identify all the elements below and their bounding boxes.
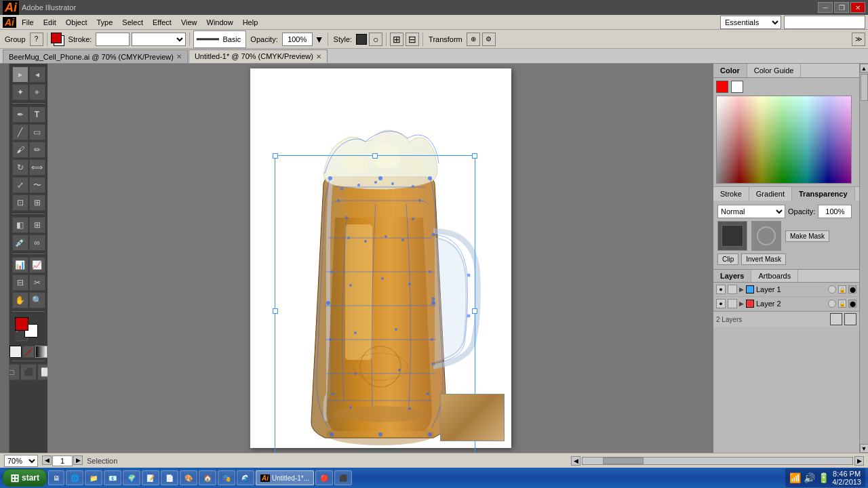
tab-untitled[interactable]: Untitled-1* @ 70% (CMYK/Preview) ✕ [189, 49, 328, 63]
taskbar-onenote[interactable]: 📝 [142, 470, 159, 485]
taskbar-dreamweaver[interactable]: 🏠 [199, 470, 216, 485]
zoom-dropdown[interactable]: 70% 50% 100% [4, 455, 38, 467]
layers-tab[interactable]: Layers [713, 270, 751, 282]
next-arrow[interactable]: ▶ [73, 455, 83, 465]
transparency-tab[interactable]: Transparency [792, 187, 855, 201]
tray-network[interactable]: 📶 [789, 472, 801, 483]
arrange-btn[interactable]: ⊟ [406, 33, 419, 46]
rotate-tool[interactable]: ↻ [12, 159, 28, 176]
taskbar-firefox[interactable]: 🌍 [123, 470, 140, 485]
gradient-tab[interactable]: Gradient [749, 187, 792, 201]
tab-beermug-close[interactable]: ✕ [176, 53, 182, 60]
eyedropper-tool[interactable]: 💉 [12, 235, 28, 251]
stroke-color-swatch[interactable] [51, 33, 64, 46]
invert-mask-button[interactable]: Invert Mask [741, 253, 786, 265]
blend-mode-dropdown[interactable]: Normal [717, 205, 785, 218]
menu-window[interactable]: Window [203, 17, 237, 28]
lasso-tool[interactable]: ⌖ [29, 84, 45, 100]
menu-select[interactable]: Select [118, 17, 147, 28]
bar-graph-tool[interactable]: 📈 [29, 257, 45, 273]
delete-layer-btn[interactable]: 🗑 [844, 313, 856, 325]
rect-tool[interactable]: ▭ [29, 124, 45, 140]
fill-none[interactable] [22, 346, 35, 358]
taskbar-explorer[interactable]: 🖥 [48, 470, 64, 485]
minimize-button[interactable]: ─ [818, 2, 833, 13]
menu-help[interactable]: Help [239, 17, 262, 28]
panel-toggle[interactable]: ≫ [852, 33, 865, 46]
fill-solid[interactable] [9, 346, 22, 358]
view-btn[interactable]: ⊞ [390, 33, 403, 46]
taskbar-ext1[interactable]: ⬛ [334, 470, 352, 485]
type-tool[interactable]: T [29, 106, 45, 123]
layer1-target[interactable] [828, 285, 836, 293]
layer1-eye[interactable]: ● [716, 285, 726, 294]
direct-select-tool[interactable]: ◂ [29, 66, 45, 83]
color-tab[interactable]: Color [713, 64, 747, 77]
hand-tool[interactable]: ✋ [12, 292, 28, 308]
taskbar-illustrator[interactable]: Ai Untitled-1*... [256, 470, 314, 485]
menu-effect[interactable]: Effect [149, 17, 176, 28]
color-guide-tab[interactable]: Color Guide [747, 64, 802, 77]
make-mask-button[interactable]: Make Mask [785, 230, 829, 242]
help-button[interactable]: ? [30, 33, 43, 46]
h-scrollbar-thumb[interactable] [603, 458, 644, 464]
mesh-tool[interactable]: ⊞ [29, 217, 45, 233]
layer2-eye[interactable]: ● [716, 299, 726, 308]
artboard-tool[interactable]: ⊟ [12, 274, 28, 291]
layer1-lock[interactable] [728, 285, 737, 294]
taskbar-word[interactable]: 📄 [161, 470, 178, 485]
scale-tool[interactable]: ⤢ [12, 177, 28, 193]
v-scrollbar[interactable]: ▲ ▼ [859, 64, 868, 453]
layer-row-1[interactable]: ● ▶ Layer 1 🔒 ⬤ [713, 283, 859, 297]
h-scrollbar-track[interactable] [582, 457, 853, 465]
search-field[interactable] [784, 16, 865, 29]
scroll-left[interactable]: ◀ [571, 456, 580, 466]
free-transform-tool[interactable]: ⊡ [12, 195, 28, 211]
taskbar-ie[interactable]: 🌐 [66, 470, 83, 485]
blend-tool[interactable]: ∞ [29, 235, 45, 251]
menu-type[interactable]: Type [93, 17, 117, 28]
scroll-down[interactable]: ▼ [860, 444, 869, 453]
warp-tool[interactable]: 〜 [29, 177, 45, 193]
style-swatch[interactable] [356, 34, 367, 45]
taskbar-folder[interactable]: 📁 [85, 470, 102, 485]
select-tool[interactable]: ▸ [12, 66, 28, 83]
red-swatch[interactable] [716, 81, 728, 93]
gradient-tool[interactable]: ◧ [12, 217, 28, 233]
opacity-trans-input[interactable] [818, 205, 852, 218]
layer1-arrow[interactable]: ▶ [739, 286, 744, 293]
zoom-tool[interactable]: 🔍 [29, 292, 45, 308]
stroke-input[interactable] [96, 33, 130, 46]
pen-tool[interactable]: ✒ [12, 106, 28, 123]
reflect-tool[interactable]: ⟺ [29, 159, 45, 176]
opacity-down[interactable]: ▼ [315, 34, 324, 45]
column-graph-tool[interactable]: 📊 [12, 257, 28, 273]
fullscreen-mode[interactable]: ⬛ [20, 364, 37, 380]
white-swatch[interactable] [731, 81, 743, 93]
taskbar-acrobat[interactable]: 🔴 [315, 470, 333, 485]
page-input[interactable] [52, 455, 73, 466]
prev-arrow[interactable]: ◀ [42, 455, 52, 465]
fill-gradient[interactable] [35, 346, 47, 358]
stroke-tab[interactable]: Stroke [713, 187, 749, 201]
layer1-lock2[interactable]: 🔒 [838, 285, 846, 293]
scroll-right[interactable]: ▶ [854, 456, 864, 466]
layer2-lock[interactable] [728, 299, 737, 308]
artboards-tab[interactable]: Artboards [751, 270, 798, 282]
magic-wand-tool[interactable]: ✦ [12, 84, 28, 100]
transform-btn[interactable]: ⊕ [467, 33, 480, 46]
start-button[interactable]: ⊞ start [3, 469, 47, 487]
style-btn[interactable]: ○ [369, 33, 382, 46]
tray-sound[interactable]: 🔊 [804, 472, 815, 483]
taskbar-browser[interactable]: 🌊 [237, 470, 254, 485]
slice-tool[interactable]: ✂ [29, 274, 45, 291]
stroke-style-dropdown[interactable] [132, 33, 186, 46]
shape-build-tool[interactable]: ⊞ [29, 195, 45, 211]
close-button[interactable]: ✕ [850, 2, 865, 13]
menu-object[interactable]: Object [62, 17, 92, 28]
menu-file[interactable]: File [18, 17, 38, 28]
tray-battery[interactable]: 🔋 [818, 472, 829, 483]
layer-row-2[interactable]: ● ▶ Layer 2 🔒 ⬤ [713, 297, 859, 311]
scroll-up[interactable]: ▲ [860, 64, 869, 73]
opacity-field[interactable] [282, 33, 313, 46]
